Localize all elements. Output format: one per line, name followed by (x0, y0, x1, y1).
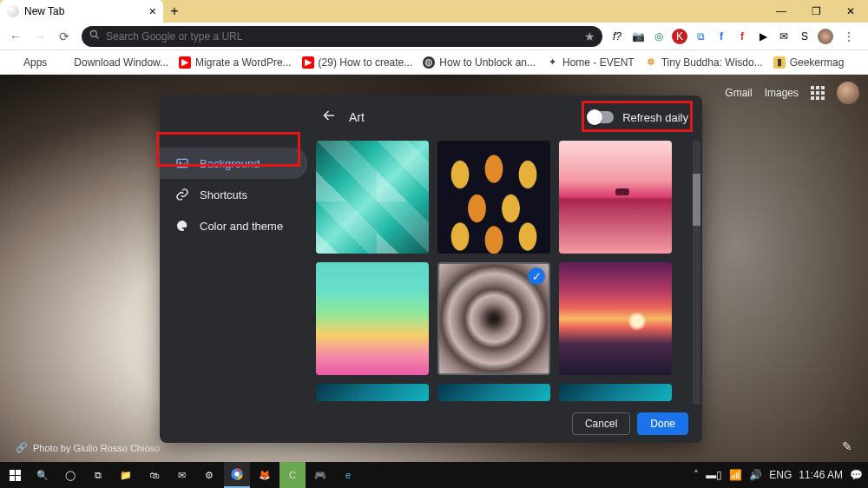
youtube-icon: ▶ (179, 56, 191, 69)
browser-tab[interactable]: New Tab × (0, 0, 163, 23)
svg-line-1 (96, 36, 99, 38)
wallpaper-tile[interactable] (316, 384, 429, 401)
bookmark-item[interactable]: ◍ How to Unblock an... (423, 56, 536, 69)
bookmark-label: Migrate a WordPre... (195, 56, 291, 69)
extension-icon[interactable]: 📷 (630, 29, 646, 44)
photo-attribution: 🔗 Photo by Giulio Rosso Chioso (16, 442, 160, 453)
extension-icon[interactable]: ⧉ (693, 29, 708, 44)
customize-button[interactable]: ✎ (842, 439, 852, 453)
tray-chevron-icon[interactable]: ˄ (694, 469, 699, 481)
extension-icon[interactable]: ✉ (776, 29, 792, 44)
chrome-icon[interactable] (224, 462, 250, 488)
search-icon[interactable]: 🔍 (30, 462, 56, 488)
attribution-text: Photo by Giulio Rosso Chioso (33, 443, 160, 453)
gmail-link[interactable]: Gmail (725, 87, 752, 99)
app-icon[interactable]: 🎮 (307, 462, 333, 488)
link-icon (175, 188, 189, 201)
tab-close-icon[interactable]: × (149, 4, 156, 18)
profile-avatar-icon[interactable] (818, 29, 833, 44)
window-maximize-button[interactable]: ❐ (799, 0, 833, 23)
youtube-icon: ▶ (302, 56, 314, 69)
clock[interactable]: 11:46 AM (799, 469, 843, 481)
extension-icon[interactable]: f? (609, 29, 625, 44)
extension-icons: f? 📷 ◎ K ⧉ f f ▶ ✉ S ⋮ (609, 26, 863, 47)
svg-point-0 (90, 30, 96, 36)
window-titlebar: New Tab × + — ❐ ✕ (0, 0, 868, 23)
mail-icon[interactable]: ✉ (168, 462, 194, 488)
sidebar-item-shortcuts[interactable]: Shortcuts (160, 179, 307, 210)
refresh-daily-toggle[interactable] (588, 111, 614, 123)
nav-back-button[interactable]: ← (5, 26, 26, 47)
tab-favicon (7, 5, 19, 17)
wifi-icon[interactable]: 📶 (729, 469, 742, 481)
palette-icon (175, 219, 189, 233)
done-button[interactable]: Done (637, 412, 688, 435)
bookmark-item[interactable]: Download Window... (57, 56, 168, 69)
bookmark-item[interactable]: ✦ Home - EVENT (546, 56, 635, 69)
gallery-scrollbar[interactable] (693, 141, 700, 405)
window-minimize-button[interactable]: — (764, 0, 799, 23)
google-apps-icon[interactable] (811, 86, 825, 100)
bookmark-item[interactable]: ▶ Migrate a WordPre... (179, 56, 291, 69)
wallpaper-tile[interactable] (316, 141, 429, 254)
nav-forward-button[interactable]: → (30, 26, 50, 47)
scrollbar-thumb[interactable] (693, 174, 700, 226)
windows-taskbar: 🔍 ◯ ⧉ 📁 🛍 ✉ ⚙ 🦊 C 🎮 e ˄ ▬▯ 📶 🔊 ENG 11:46… (0, 462, 868, 488)
sidebar-item-color-theme[interactable]: Color and theme (160, 210, 307, 241)
images-link[interactable]: Images (765, 87, 799, 99)
battery-icon[interactable]: ▬▯ (706, 469, 722, 481)
tab-title: New Tab (24, 5, 64, 17)
customize-dialog: Background Shortcuts Color and theme Art… (160, 96, 702, 443)
language-indicator[interactable]: ENG (769, 469, 792, 481)
chrome-menu-button[interactable]: ⋮ (838, 26, 859, 47)
wallpaper-tile[interactable] (559, 141, 672, 254)
apps-icon (7, 56, 19, 69)
wallpaper-tile[interactable] (437, 384, 550, 401)
cortana-icon[interactable]: ◯ (57, 462, 83, 488)
wallpaper-tile[interactable] (559, 262, 672, 375)
bookmark-label: Geekermag (790, 56, 845, 69)
store-icon[interactable]: 🛍 (141, 462, 167, 488)
account-avatar[interactable] (837, 82, 859, 104)
wallpaper-tile[interactable] (437, 141, 550, 254)
category-title: Art (349, 110, 365, 124)
bookmark-item[interactable]: ▶ (29) How to create... (302, 56, 413, 69)
app-icon[interactable]: 🦊 (252, 462, 278, 488)
new-tab-button[interactable]: + (163, 0, 186, 23)
bookmark-item[interactable]: ☸ Tiny Buddha: Wisdo... (645, 56, 763, 69)
extension-icon[interactable]: S (797, 29, 812, 44)
app-icon[interactable]: C (279, 462, 306, 488)
bookmark-item[interactable]: ▮ Geekermag (773, 56, 845, 69)
extension-icon[interactable]: f (734, 29, 750, 44)
wallpaper-tile-selected[interactable]: ✓ (437, 262, 550, 375)
extension-icon[interactable]: K (672, 29, 687, 44)
cancel-button[interactable]: Cancel (572, 412, 630, 435)
sidebar-item-background[interactable]: Background (160, 148, 307, 179)
omnibox-input[interactable] (106, 30, 579, 43)
notifications-icon[interactable]: 💬 (850, 469, 863, 481)
sidebar-label: Background (200, 157, 260, 170)
wallpaper-tile[interactable] (559, 384, 672, 401)
omnibox[interactable]: ★ (82, 26, 602, 47)
refresh-daily-label: Refresh daily (622, 111, 688, 124)
edge-icon[interactable]: e (335, 462, 361, 488)
wallpaper-tile[interactable] (316, 262, 429, 375)
start-button[interactable] (2, 462, 28, 488)
extension-icon[interactable]: ▶ (755, 29, 771, 44)
apps-shortcut[interactable]: Apps (7, 56, 47, 69)
volume-icon[interactable]: 🔊 (749, 469, 762, 481)
file-explorer-icon[interactable]: 📁 (113, 462, 139, 488)
dialog-footer: Cancel Done (160, 405, 702, 443)
check-icon: ✓ (528, 267, 545, 285)
search-icon (89, 29, 101, 44)
extension-icon[interactable]: f (713, 29, 729, 44)
bookmarks-bar: Apps Download Window... ▶ Migrate a Word… (0, 50, 868, 75)
task-view-icon[interactable]: ⧉ (85, 462, 111, 488)
settings-icon[interactable]: ⚙ (196, 462, 222, 488)
window-close-button[interactable]: ✕ (833, 0, 868, 23)
extension-icon[interactable]: ◎ (651, 29, 667, 44)
back-arrow-icon[interactable] (321, 108, 337, 127)
link-icon: 🔗 (16, 442, 28, 453)
bookmark-star-icon[interactable]: ★ (584, 30, 595, 43)
nav-reload-button[interactable]: ⟳ (54, 26, 75, 47)
